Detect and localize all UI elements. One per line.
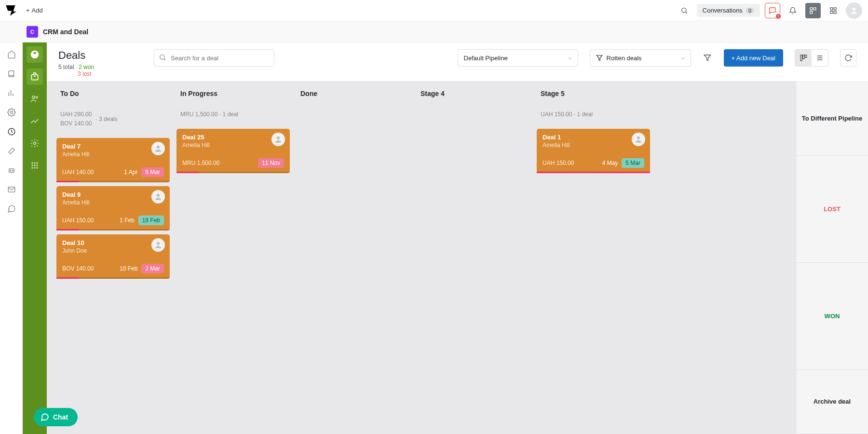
gear-icon[interactable] xyxy=(6,107,17,118)
card-title: Deal 9 xyxy=(62,191,164,198)
rp-won[interactable]: WON xyxy=(796,263,868,370)
titlebar: C CRM and Deal xyxy=(0,21,868,42)
svg-rect-37 xyxy=(800,55,802,61)
card-title: Deal 1 xyxy=(542,134,644,141)
svg-rect-4 xyxy=(810,11,813,14)
svg-point-30 xyxy=(31,167,33,168)
column-title: To Do xyxy=(60,90,166,97)
svg-point-25 xyxy=(34,162,35,163)
svg-point-28 xyxy=(34,164,35,166)
deal-card[interactable]: Deal 25Amelia HillMRU 1,500.0011 Nov xyxy=(176,129,290,173)
lost-label: 3 lost xyxy=(78,70,94,77)
column-title: In Progress xyxy=(180,90,286,97)
deal-card[interactable]: Deal 10John DoeBOV 140.0010 Feb2 Mar xyxy=(56,234,170,279)
book-icon[interactable] xyxy=(6,68,17,79)
svg-rect-7 xyxy=(834,11,836,14)
column-summary: MRU 1,500.00 · 1 deal xyxy=(180,110,286,119)
topbar: + Add Conversations 0 1 xyxy=(0,0,868,21)
kanban-column: Stage 4 xyxy=(414,81,533,434)
kanban-board: To DoUAH 290.00BOV 140.00· 3 dealsDeal 7… xyxy=(47,81,796,434)
svg-marker-36 xyxy=(704,55,710,61)
list-view-icon[interactable] xyxy=(812,50,828,66)
svg-point-14 xyxy=(10,111,13,114)
contacts-icon[interactable] xyxy=(27,91,43,107)
refresh-icon[interactable] xyxy=(840,49,856,67)
card-badge: 19 Feb xyxy=(138,216,164,225)
deals-icon[interactable] xyxy=(27,68,43,85)
home-icon[interactable] xyxy=(6,49,17,60)
card-person: John Doe xyxy=(62,247,164,254)
progress-bar xyxy=(56,181,170,182)
svg-point-17 xyxy=(10,170,11,171)
svg-rect-6 xyxy=(834,8,836,10)
search-input-icon xyxy=(159,54,166,61)
search-icon[interactable] xyxy=(677,3,692,18)
pipeline-label: Default Pipeline xyxy=(464,54,508,62)
chevron-down-icon xyxy=(680,55,686,61)
svg-point-21 xyxy=(32,96,35,98)
card-person: Amelia Hill xyxy=(62,199,164,206)
card-badge: 5 Mar xyxy=(141,167,164,177)
chevron-down-icon xyxy=(567,55,573,61)
card-person: Amelia Hill xyxy=(542,142,644,149)
reports-icon[interactable] xyxy=(27,113,43,129)
rp-different-pipeline[interactable]: To Different Pipeline xyxy=(796,81,868,156)
plus-icon: + xyxy=(26,7,30,14)
conversations-button[interactable]: Conversations 0 xyxy=(697,4,760,17)
rp-lost[interactable]: LOST xyxy=(796,156,868,263)
kanban-column: Stage 5UAH 150.00 · 1 dealDeal 1Amelia H… xyxy=(534,81,653,434)
svg-rect-20 xyxy=(31,75,38,80)
svg-point-46 xyxy=(277,136,280,139)
dashboard-icon[interactable] xyxy=(805,3,821,18)
robot-icon[interactable] xyxy=(6,165,17,176)
module-logo-icon[interactable] xyxy=(27,46,43,63)
wand-icon[interactable] xyxy=(6,146,17,156)
svg-point-9 xyxy=(853,8,855,11)
deals-stats: 5 total 2 won 3 lost xyxy=(58,64,94,77)
messages-badge: 1 xyxy=(776,14,781,19)
chat-widget[interactable]: Chat xyxy=(34,408,78,426)
sidebar-sub xyxy=(23,42,47,434)
messages-icon[interactable]: 1 xyxy=(765,3,780,18)
search-box xyxy=(154,49,274,67)
filter-select[interactable]: Rotten deals xyxy=(590,49,691,67)
user-avatar[interactable] xyxy=(846,2,862,19)
chart-icon[interactable] xyxy=(6,88,17,98)
filter-icon[interactable] xyxy=(703,49,712,67)
kanban-view-icon[interactable] xyxy=(795,50,812,66)
deal-card[interactable]: Deal 9Amelia HillUAH 150.001 Feb19 Feb xyxy=(56,186,170,231)
add-label: Add xyxy=(32,7,43,14)
kanban-column: To DoUAH 290.00BOV 140.00· 3 dealsDeal 7… xyxy=(54,81,173,434)
person-avatar-icon xyxy=(271,133,285,146)
add-button[interactable]: + Add xyxy=(26,7,43,14)
svg-rect-38 xyxy=(803,55,804,59)
column-title: Stage 5 xyxy=(541,90,646,97)
mail-icon[interactable] xyxy=(6,184,17,195)
svg-point-22 xyxy=(36,96,38,98)
add-deal-button[interactable]: + Add new Deal xyxy=(724,49,783,67)
settings-icon[interactable] xyxy=(27,135,43,151)
deal-card[interactable]: Deal 7Amelia HillUAH 140.001 Apr5 Mar xyxy=(56,138,170,182)
svg-point-32 xyxy=(36,167,38,168)
column-title: Done xyxy=(300,90,406,97)
rp-archive[interactable]: Archive deal xyxy=(796,370,868,434)
pipeline-select[interactable]: Default Pipeline xyxy=(458,49,578,67)
crm-icon[interactable] xyxy=(6,126,17,137)
deal-card[interactable]: Deal 1Amelia HillUAH 150.004 May5 Mar xyxy=(537,129,650,173)
more-apps-icon[interactable] xyxy=(27,157,43,174)
svg-point-31 xyxy=(34,167,35,168)
column-summary: UAH 290.00BOV 140.00· 3 deals xyxy=(60,110,166,128)
svg-point-0 xyxy=(681,8,686,12)
view-toggle xyxy=(795,49,828,67)
svg-point-27 xyxy=(31,164,33,166)
filter-label: Rotten deals xyxy=(607,54,642,62)
bell-icon[interactable] xyxy=(785,3,800,18)
apps-grid-icon[interactable] xyxy=(826,3,841,18)
kanban-column: In ProgressMRU 1,500.00 · 1 dealDeal 25A… xyxy=(174,81,293,434)
total-label: 5 total xyxy=(58,64,74,70)
svg-line-1 xyxy=(686,12,687,14)
comment-icon[interactable] xyxy=(6,203,17,214)
search-input[interactable] xyxy=(154,49,274,67)
won-label: 2 won xyxy=(79,64,94,70)
svg-marker-35 xyxy=(597,55,602,61)
